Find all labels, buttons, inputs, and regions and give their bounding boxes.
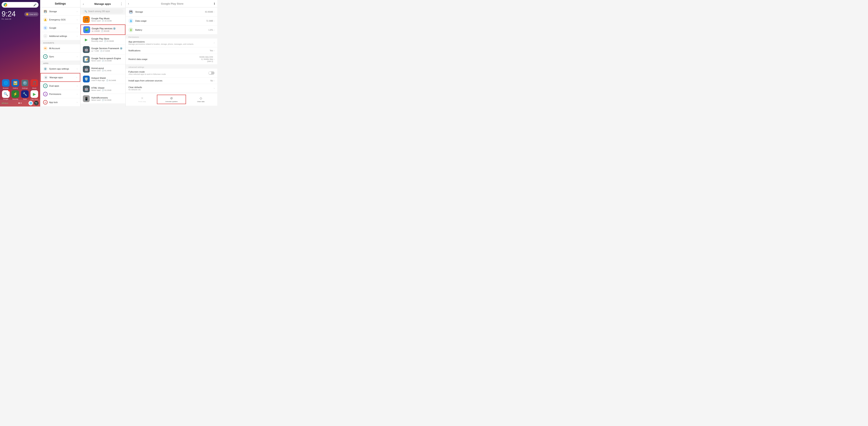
- force-stop-button[interactable]: ✕ Force stop: [128, 95, 156, 104]
- google-search-bar[interactable]: G 🎤: [2, 2, 38, 8]
- play-store-name: Google Play Store: [91, 37, 123, 40]
- google-g-logo: G: [4, 3, 7, 7]
- html-viewer-icon: 🤖: [83, 86, 90, 92]
- tts-meta: Never used 🕐 24.83MB: [91, 60, 123, 62]
- chevron-icon: ›: [214, 87, 215, 90]
- chevron-icon: ›: [214, 50, 215, 52]
- clear-data-label: Clear data: [197, 101, 205, 102]
- google-icon: 🔍 1: [2, 90, 10, 98]
- homelayout-info: HomeLayout Never used 🕐 61.44KB: [91, 67, 123, 72]
- app-item-gallery[interactable]: 🖼️ Gallery: [11, 79, 20, 89]
- app-item-browser[interactable]: 🌐 Browser: [2, 79, 10, 89]
- app-item-security[interactable]: ⚡ Security: [11, 90, 20, 100]
- sync-label: Sync: [49, 55, 77, 58]
- uninstall-updates-button[interactable]: ⊘ Uninstall updates: [157, 95, 186, 104]
- settings-item-manage-apps[interactable]: ⊞ Manage apps ›: [40, 73, 80, 82]
- play-music-size: 🕐 18.32MB: [102, 20, 112, 22]
- weather-text: Clear 33°C: [30, 13, 37, 15]
- tts-size: 🕐 24.83MB: [102, 60, 112, 62]
- notifications-label: Notifications: [128, 50, 210, 52]
- app-list-item-play-store[interactable]: ▶ Google Play Store Recently used 🕐 83.9…: [81, 35, 125, 45]
- fullscreen-sub: Allow selected apps to work in fullscree…: [128, 73, 209, 75]
- chevron-icon: ›: [77, 101, 78, 103]
- chevron-icon: ›: [214, 79, 215, 82]
- chrome-icon[interactable]: 🌐: [29, 101, 33, 105]
- browser-label: Browser: [3, 87, 9, 89]
- mi-icon: Mi: [43, 46, 48, 51]
- services-framework-size: 🕐 47.54MB: [100, 50, 110, 52]
- additional-label: Additional settings: [49, 35, 77, 37]
- services-framework-info: Google Services Framework ⚙️ 🗂 7.1MB 🕐 4…: [91, 47, 123, 52]
- homelayout-icon: 🤖: [83, 66, 90, 73]
- mic-icon[interactable]: 🎤: [33, 3, 36, 6]
- manage-apps-icon: ⊞: [43, 75, 48, 79]
- settings-item-system-apps[interactable]: ⚙️ System app settings ›: [40, 65, 80, 73]
- app-item-settings[interactable]: ⚙️ Settings: [21, 79, 29, 89]
- settings-item-dual-apps[interactable]: ⊙ Dual apps ›: [40, 82, 80, 90]
- clear-data-icon: ◇: [199, 96, 202, 100]
- detail-clear-defaults-item[interactable]: Clear defaults No defaults set. ›: [126, 84, 217, 93]
- play-store-info: Google Play Store Recently used 🕐 83.96M…: [91, 37, 123, 42]
- battery-label: Battery: [135, 29, 209, 31]
- chevron-icon: ›: [77, 56, 78, 58]
- dual-apps-label: Dual apps: [49, 85, 77, 87]
- weather-widget: ☀️ Clear 33°C: [24, 12, 38, 17]
- app-list-item-html-viewer[interactable]: 🤖 HTML Viewer Never used 🕐 53.25KB: [81, 84, 125, 94]
- app-list-item-tts[interactable]: 📝 Google Text-to-speech Engine Never use…: [81, 55, 125, 64]
- play-music-info: Google Play Music Never used 🕐 18.32MB: [91, 17, 123, 22]
- detail-restrict-data-item[interactable]: Restrict data usage Mobile data (SIM 1),…: [126, 54, 217, 65]
- restrict-data-value: Mobile data (SIM 1), Mobile data (SIM 2): [197, 56, 213, 62]
- app-detail-panel: ‹ Google Play Store ℹ 💾 Storage 83.96MB …: [125, 0, 217, 106]
- clear-data-button[interactable]: ◇ Clear data: [187, 95, 215, 104]
- chevron-icon: ›: [214, 11, 215, 13]
- app-list-item-play-services[interactable]: 🧩 Google Play services ⚙️ 🗂 134MB 🕐 381M…: [81, 25, 125, 35]
- search-apps-bar[interactable]: 🔍 Search among 280 apps: [83, 9, 123, 13]
- fullscreen-toggle[interactable]: [209, 71, 215, 75]
- more-options-button[interactable]: ⋮: [120, 2, 123, 6]
- settings-item-app-lock[interactable]: ⊙ App lock ›: [40, 98, 80, 106]
- detail-notifications-item[interactable]: Notifications Yes ›: [126, 47, 217, 54]
- hotspot-info: Hotspot Shield Used 4 days ago 🕐 36.54MB: [91, 77, 123, 81]
- detail-install-unknown-item[interactable]: Install apps from unknown sources No ›: [126, 77, 217, 84]
- detail-storage-item[interactable]: 💾 Storage 83.96MB ›: [126, 7, 217, 17]
- app-list-item-hybrid[interactable]: 📱 HybridAccessory Never used 🕐 53.25KB: [81, 94, 125, 104]
- hotspot-icon: 🛡️: [83, 76, 90, 83]
- detail-fullscreen-item[interactable]: Fullscreen mode Allow selected apps to w…: [126, 69, 217, 77]
- detail-back-button[interactable]: ‹: [128, 2, 129, 5]
- app-item-music[interactable]: 🎵 Music: [30, 79, 39, 89]
- app-list-item-homelayout[interactable]: 🤖 HomeLayout Never used 🕐 61.44KB: [81, 64, 125, 74]
- dual-apps-icon: ⊙: [43, 84, 48, 88]
- manage-apps-panel: ‹ Manage apps ⋮ 🔍 Search among 280 apps …: [80, 0, 125, 106]
- back-button[interactable]: ‹: [83, 2, 84, 6]
- settings-item-sos[interactable]: ⚠️ Emergency SOS ›: [40, 15, 80, 24]
- toggle-knob: [209, 72, 212, 74]
- permissions-icon: ⊙: [43, 92, 48, 96]
- settings-item-mi-account[interactable]: Mi Mi Account: [40, 44, 80, 53]
- system-apps-icon: ⚙️: [43, 67, 48, 71]
- settings-item-google[interactable]: G Google ›: [40, 24, 80, 32]
- detail-data-usage-item[interactable]: 💧 Data usage 72.3MB ›: [126, 17, 217, 26]
- settings-item-sync[interactable]: ↺ Sync ›: [40, 53, 80, 61]
- settings-item-storage[interactable]: 💾 Storage ›: [40, 7, 80, 15]
- detail-battery-item[interactable]: 🔋 Battery 1.6% ›: [126, 26, 217, 34]
- app-item-google[interactable]: 🔍 1 Google: [2, 90, 10, 100]
- settings-item-additional[interactable]: ··· Additional settings ›: [40, 32, 80, 40]
- app-item-playstore[interactable]: ▶ Play Store: [30, 90, 39, 100]
- camera-icon[interactable]: 📷: [34, 101, 38, 105]
- storage-detail-icon: 💾: [128, 9, 133, 14]
- app-list-item-play-music[interactable]: 🎵 Google Play Music Never used 🕐 18.32MB: [81, 14, 125, 25]
- app-list-item-hotspot[interactable]: 🛡️ Hotspot Shield Used 4 days ago 🕐 36.5…: [81, 74, 125, 84]
- play-services-size: 🕐 381MB: [101, 30, 110, 32]
- app-list-item-services-framework[interactable]: 🤖 Google Services Framework ⚙️ 🗂 7.1MB 🕐…: [81, 45, 125, 55]
- html-viewer-info: HTML Viewer Never used 🕐 53.25KB: [91, 87, 123, 91]
- services-framework-meta: 🗂 7.1MB 🕐 47.54MB: [91, 50, 123, 52]
- info-button[interactable]: ℹ: [214, 2, 215, 5]
- tools-icon: 🔧: [21, 90, 29, 98]
- app-item-tools[interactable]: 🔧 Tools: [21, 90, 29, 100]
- settings-item-permissions[interactable]: ⊙ Permissions ›: [40, 90, 80, 98]
- sync-icon: ↺: [43, 54, 48, 59]
- detail-app-permissions-item[interactable]: App permissions Manage permissions relat…: [126, 38, 217, 47]
- play-services-info: Google Play services ⚙️ 🗂 134MB 🕐 381MB: [92, 27, 123, 32]
- playstore-icon: ▶: [31, 90, 38, 98]
- data-usage-value: 72.3MB: [206, 20, 213, 22]
